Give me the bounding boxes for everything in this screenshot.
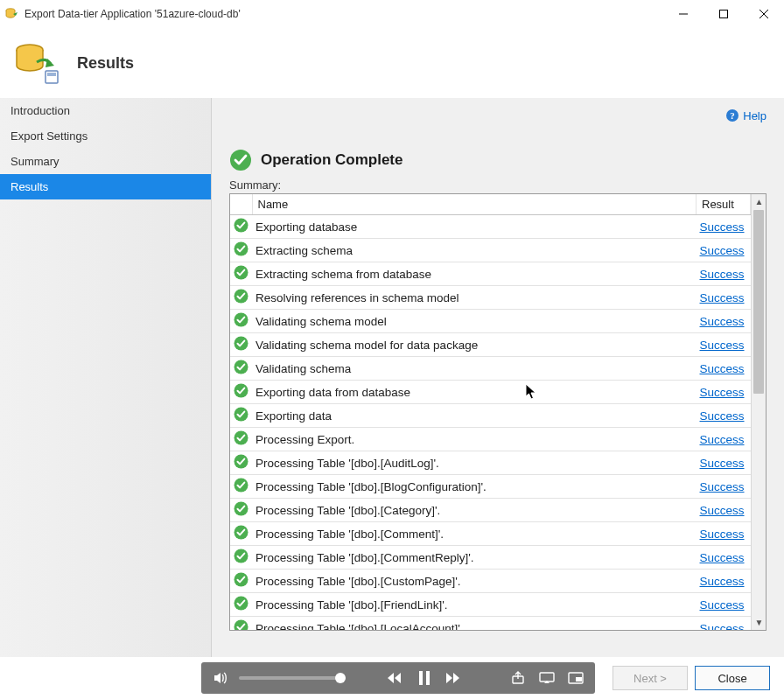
result-status: Success <box>696 381 751 404</box>
result-status: Success <box>696 570 751 593</box>
forward-icon[interactable] <box>444 668 464 689</box>
result-name: Validating schema <box>252 357 696 381</box>
volume-slider[interactable] <box>239 676 341 680</box>
result-status: Success <box>696 428 751 451</box>
result-row[interactable]: Processing Table '[dbo].[FriendLink]'.Su… <box>230 593 751 617</box>
result-row[interactable]: Processing Table '[dbo].[LocalAccount]'.… <box>230 617 751 631</box>
result-row[interactable]: Exporting databaseSuccess <box>230 215 751 239</box>
result-row[interactable]: Processing Table '[dbo].[AuditLog]'.Succ… <box>230 451 751 475</box>
success-icon <box>230 404 252 428</box>
result-status-link[interactable]: Success <box>700 244 745 257</box>
result-row[interactable]: Processing Table '[dbo].[BlogConfigurati… <box>230 475 751 499</box>
scroll-up-button[interactable]: ▲ <box>752 194 766 209</box>
sidebar-item-summary[interactable]: Summary <box>0 149 211 174</box>
rewind-icon[interactable] <box>385 668 405 689</box>
result-status-link[interactable]: Success <box>700 480 745 493</box>
page-header: Results <box>0 28 784 98</box>
export-wizard-icon <box>12 39 60 87</box>
result-row[interactable]: Exporting dataSuccess <box>230 404 751 428</box>
result-name: Exporting database <box>252 215 696 239</box>
svg-rect-1 <box>720 10 728 18</box>
result-status-link[interactable]: Success <box>700 528 745 541</box>
result-status-link[interactable]: Success <box>700 622 745 631</box>
result-name: Exporting data <box>252 404 696 428</box>
result-status-link[interactable]: Success <box>700 409 745 423</box>
result-status: Success <box>696 333 751 357</box>
result-row[interactable]: Processing Export.Success <box>230 428 751 451</box>
result-status-link[interactable]: Success <box>700 457 745 470</box>
status-success-icon <box>229 149 252 171</box>
result-status-link[interactable]: Success <box>700 362 745 375</box>
result-row[interactable]: Extracting schema from databaseSuccess <box>230 262 751 286</box>
result-status-link[interactable]: Success <box>700 504 745 517</box>
result-status-link[interactable]: Success <box>700 220 745 234</box>
maximize-button[interactable] <box>704 0 744 28</box>
column-header-icon[interactable] <box>230 194 252 215</box>
result-row[interactable]: Validating schema modelSuccess <box>230 310 751 333</box>
result-status-link[interactable]: Success <box>700 598 745 612</box>
success-icon <box>230 239 252 262</box>
success-icon <box>230 522 252 546</box>
result-status: Success <box>696 617 751 631</box>
result-status-link[interactable]: Success <box>700 339 745 352</box>
operation-status-label: Operation Complete <box>261 151 402 169</box>
close-window-button[interactable] <box>744 0 784 28</box>
result-name: Processing Table '[dbo].[FriendLink]'. <box>252 593 696 617</box>
result-status-link[interactable]: Success <box>700 268 745 281</box>
sidebar-item-export-settings[interactable]: Export Settings <box>0 123 211 149</box>
results-grid: Name Result Exporting databaseSuccessExt… <box>229 193 766 631</box>
result-status-link[interactable]: Success <box>700 315 745 328</box>
column-header-name[interactable]: Name <box>252 194 696 215</box>
result-status-link[interactable]: Success <box>700 433 745 446</box>
result-status: Success <box>696 499 751 522</box>
success-icon <box>230 333 252 357</box>
result-name: Processing Table '[dbo].[CustomPage]'. <box>252 570 696 593</box>
result-status-link[interactable]: Success <box>700 291 745 304</box>
volume-icon[interactable] <box>210 668 230 689</box>
success-icon <box>230 593 252 617</box>
results-scrollbar[interactable]: ▲ ▼ <box>751 194 766 630</box>
success-icon <box>230 428 252 451</box>
success-icon <box>230 310 252 333</box>
sidebar-item-introduction[interactable]: Introduction <box>0 98 211 123</box>
pause-icon[interactable] <box>414 668 434 689</box>
result-status-link[interactable]: Success <box>700 386 745 399</box>
success-icon <box>230 215 252 239</box>
success-icon <box>230 262 252 286</box>
page-title: Results <box>77 54 134 73</box>
sidebar-item-results[interactable]: Results <box>0 174 211 199</box>
title-bar: Export Data-tier Application '51azure-cl… <box>0 0 784 28</box>
result-row[interactable]: Validating schema model for data package… <box>230 333 751 357</box>
result-name: Processing Table '[dbo].[AuditLog]'. <box>252 451 696 475</box>
content-pane: ? Help Operation Complete Summary: Name … <box>212 98 784 657</box>
help-link[interactable]: Help <box>743 109 766 122</box>
column-header-result[interactable]: Result <box>696 194 751 215</box>
airplay-icon[interactable] <box>536 668 556 689</box>
scroll-down-button[interactable]: ▼ <box>752 615 766 630</box>
scroll-thumb[interactable] <box>753 210 764 394</box>
minimize-button[interactable] <box>663 0 704 28</box>
result-row[interactable]: Extracting schemaSuccess <box>230 239 751 262</box>
result-status-link[interactable]: Success <box>700 575 745 588</box>
result-name: Processing Export. <box>252 428 696 451</box>
result-status-link[interactable]: Success <box>700 551 745 564</box>
result-name: Validating schema model for data package <box>252 333 696 357</box>
success-icon <box>230 570 252 593</box>
close-button[interactable]: Close <box>695 666 770 690</box>
success-icon <box>230 475 252 499</box>
result-status: Success <box>696 215 751 239</box>
result-row[interactable]: Processing Table '[dbo].[CustomPage]'.Su… <box>230 570 751 593</box>
pip-icon[interactable] <box>566 668 586 689</box>
result-name: Resolving references in schema model <box>252 286 696 310</box>
result-row[interactable]: Processing Table '[dbo].[Comment]'.Succe… <box>230 522 751 546</box>
result-row[interactable]: Processing Table '[dbo].[CommentReply]'.… <box>230 546 751 570</box>
result-row[interactable]: Validating schemaSuccess <box>230 357 751 381</box>
help-icon: ? <box>725 108 739 122</box>
main-split: IntroductionExport SettingsSummaryResult… <box>0 98 784 657</box>
result-row[interactable]: Resolving references in schema modelSucc… <box>230 286 751 310</box>
success-icon <box>230 357 252 381</box>
result-name: Processing Table '[dbo].[LocalAccount]'. <box>252 617 696 631</box>
result-row[interactable]: Exporting data from databaseSuccess <box>230 381 751 404</box>
result-row[interactable]: Processing Table '[dbo].[Category]'.Succ… <box>230 499 751 522</box>
share-icon[interactable] <box>508 668 528 689</box>
